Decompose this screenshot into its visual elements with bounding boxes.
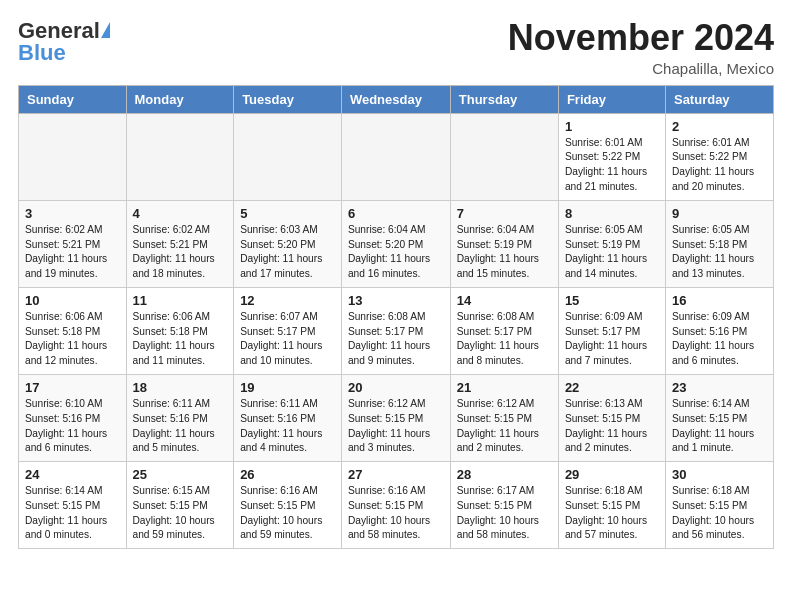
table-row: 16Sunrise: 6:09 AMSunset: 5:16 PMDayligh… bbox=[665, 287, 773, 374]
day-number: 16 bbox=[672, 293, 767, 308]
page: General Blue November 2024 Chapalilla, M… bbox=[0, 0, 792, 612]
table-row: 3Sunrise: 6:02 AMSunset: 5:21 PMDaylight… bbox=[19, 200, 127, 287]
day-number: 3 bbox=[25, 206, 120, 221]
table-row: 12Sunrise: 6:07 AMSunset: 5:17 PMDayligh… bbox=[234, 287, 342, 374]
table-row: 24Sunrise: 6:14 AMSunset: 5:15 PMDayligh… bbox=[19, 462, 127, 549]
day-number: 30 bbox=[672, 467, 767, 482]
table-row: 7Sunrise: 6:04 AMSunset: 5:19 PMDaylight… bbox=[450, 200, 558, 287]
day-info: Sunrise: 6:11 AMSunset: 5:16 PMDaylight:… bbox=[133, 397, 228, 456]
day-info: Sunrise: 6:10 AMSunset: 5:16 PMDaylight:… bbox=[25, 397, 120, 456]
day-number: 15 bbox=[565, 293, 659, 308]
day-number: 27 bbox=[348, 467, 444, 482]
day-info: Sunrise: 6:04 AMSunset: 5:19 PMDaylight:… bbox=[457, 223, 552, 282]
day-info: Sunrise: 6:08 AMSunset: 5:17 PMDaylight:… bbox=[348, 310, 444, 369]
day-number: 6 bbox=[348, 206, 444, 221]
day-info: Sunrise: 6:16 AMSunset: 5:15 PMDaylight:… bbox=[348, 484, 444, 543]
table-row: 20Sunrise: 6:12 AMSunset: 5:15 PMDayligh… bbox=[341, 374, 450, 461]
table-row: 27Sunrise: 6:16 AMSunset: 5:15 PMDayligh… bbox=[341, 462, 450, 549]
table-row bbox=[450, 113, 558, 200]
table-row: 5Sunrise: 6:03 AMSunset: 5:20 PMDaylight… bbox=[234, 200, 342, 287]
day-number: 26 bbox=[240, 467, 335, 482]
table-row bbox=[19, 113, 127, 200]
day-number: 23 bbox=[672, 380, 767, 395]
day-info: Sunrise: 6:02 AMSunset: 5:21 PMDaylight:… bbox=[133, 223, 228, 282]
day-number: 17 bbox=[25, 380, 120, 395]
day-info: Sunrise: 6:18 AMSunset: 5:15 PMDaylight:… bbox=[565, 484, 659, 543]
day-info: Sunrise: 6:11 AMSunset: 5:16 PMDaylight:… bbox=[240, 397, 335, 456]
month-title: November 2024 bbox=[508, 18, 774, 58]
table-row: 30Sunrise: 6:18 AMSunset: 5:15 PMDayligh… bbox=[665, 462, 773, 549]
day-info: Sunrise: 6:14 AMSunset: 5:15 PMDaylight:… bbox=[672, 397, 767, 456]
day-number: 4 bbox=[133, 206, 228, 221]
day-info: Sunrise: 6:16 AMSunset: 5:15 PMDaylight:… bbox=[240, 484, 335, 543]
day-info: Sunrise: 6:06 AMSunset: 5:18 PMDaylight:… bbox=[25, 310, 120, 369]
day-info: Sunrise: 6:06 AMSunset: 5:18 PMDaylight:… bbox=[133, 310, 228, 369]
header: General Blue November 2024 Chapalilla, M… bbox=[18, 18, 774, 77]
col-thursday: Thursday bbox=[450, 85, 558, 113]
day-info: Sunrise: 6:01 AMSunset: 5:22 PMDaylight:… bbox=[565, 136, 659, 195]
calendar-week-row: 1Sunrise: 6:01 AMSunset: 5:22 PMDaylight… bbox=[19, 113, 774, 200]
table-row: 18Sunrise: 6:11 AMSunset: 5:16 PMDayligh… bbox=[126, 374, 234, 461]
table-row: 8Sunrise: 6:05 AMSunset: 5:19 PMDaylight… bbox=[558, 200, 665, 287]
day-info: Sunrise: 6:05 AMSunset: 5:18 PMDaylight:… bbox=[672, 223, 767, 282]
day-number: 14 bbox=[457, 293, 552, 308]
table-row: 15Sunrise: 6:09 AMSunset: 5:17 PMDayligh… bbox=[558, 287, 665, 374]
table-row bbox=[126, 113, 234, 200]
title-block: November 2024 Chapalilla, Mexico bbox=[508, 18, 774, 77]
day-info: Sunrise: 6:07 AMSunset: 5:17 PMDaylight:… bbox=[240, 310, 335, 369]
day-info: Sunrise: 6:04 AMSunset: 5:20 PMDaylight:… bbox=[348, 223, 444, 282]
day-number: 2 bbox=[672, 119, 767, 134]
day-number: 13 bbox=[348, 293, 444, 308]
day-number: 22 bbox=[565, 380, 659, 395]
calendar-week-row: 3Sunrise: 6:02 AMSunset: 5:21 PMDaylight… bbox=[19, 200, 774, 287]
table-row: 4Sunrise: 6:02 AMSunset: 5:21 PMDaylight… bbox=[126, 200, 234, 287]
table-row bbox=[341, 113, 450, 200]
col-sunday: Sunday bbox=[19, 85, 127, 113]
day-number: 9 bbox=[672, 206, 767, 221]
day-number: 5 bbox=[240, 206, 335, 221]
day-info: Sunrise: 6:05 AMSunset: 5:19 PMDaylight:… bbox=[565, 223, 659, 282]
col-monday: Monday bbox=[126, 85, 234, 113]
table-row: 23Sunrise: 6:14 AMSunset: 5:15 PMDayligh… bbox=[665, 374, 773, 461]
day-number: 8 bbox=[565, 206, 659, 221]
table-row: 22Sunrise: 6:13 AMSunset: 5:15 PMDayligh… bbox=[558, 374, 665, 461]
day-number: 10 bbox=[25, 293, 120, 308]
day-number: 11 bbox=[133, 293, 228, 308]
day-info: Sunrise: 6:12 AMSunset: 5:15 PMDaylight:… bbox=[457, 397, 552, 456]
table-row: 17Sunrise: 6:10 AMSunset: 5:16 PMDayligh… bbox=[19, 374, 127, 461]
table-row: 21Sunrise: 6:12 AMSunset: 5:15 PMDayligh… bbox=[450, 374, 558, 461]
col-wednesday: Wednesday bbox=[341, 85, 450, 113]
table-row: 9Sunrise: 6:05 AMSunset: 5:18 PMDaylight… bbox=[665, 200, 773, 287]
day-number: 7 bbox=[457, 206, 552, 221]
col-saturday: Saturday bbox=[665, 85, 773, 113]
table-row: 25Sunrise: 6:15 AMSunset: 5:15 PMDayligh… bbox=[126, 462, 234, 549]
day-number: 24 bbox=[25, 467, 120, 482]
table-row: 10Sunrise: 6:06 AMSunset: 5:18 PMDayligh… bbox=[19, 287, 127, 374]
calendar-week-row: 24Sunrise: 6:14 AMSunset: 5:15 PMDayligh… bbox=[19, 462, 774, 549]
day-info: Sunrise: 6:09 AMSunset: 5:17 PMDaylight:… bbox=[565, 310, 659, 369]
calendar: Sunday Monday Tuesday Wednesday Thursday… bbox=[18, 85, 774, 550]
table-row: 6Sunrise: 6:04 AMSunset: 5:20 PMDaylight… bbox=[341, 200, 450, 287]
calendar-header-row: Sunday Monday Tuesday Wednesday Thursday… bbox=[19, 85, 774, 113]
table-row: 13Sunrise: 6:08 AMSunset: 5:17 PMDayligh… bbox=[341, 287, 450, 374]
day-info: Sunrise: 6:03 AMSunset: 5:20 PMDaylight:… bbox=[240, 223, 335, 282]
location: Chapalilla, Mexico bbox=[508, 60, 774, 77]
table-row: 19Sunrise: 6:11 AMSunset: 5:16 PMDayligh… bbox=[234, 374, 342, 461]
day-number: 18 bbox=[133, 380, 228, 395]
day-info: Sunrise: 6:08 AMSunset: 5:17 PMDaylight:… bbox=[457, 310, 552, 369]
day-number: 29 bbox=[565, 467, 659, 482]
day-number: 28 bbox=[457, 467, 552, 482]
day-number: 1 bbox=[565, 119, 659, 134]
logo: General Blue bbox=[18, 18, 110, 66]
day-number: 21 bbox=[457, 380, 552, 395]
table-row: 1Sunrise: 6:01 AMSunset: 5:22 PMDaylight… bbox=[558, 113, 665, 200]
day-info: Sunrise: 6:09 AMSunset: 5:16 PMDaylight:… bbox=[672, 310, 767, 369]
day-info: Sunrise: 6:01 AMSunset: 5:22 PMDaylight:… bbox=[672, 136, 767, 195]
table-row: 2Sunrise: 6:01 AMSunset: 5:22 PMDaylight… bbox=[665, 113, 773, 200]
table-row: 11Sunrise: 6:06 AMSunset: 5:18 PMDayligh… bbox=[126, 287, 234, 374]
col-friday: Friday bbox=[558, 85, 665, 113]
calendar-week-row: 10Sunrise: 6:06 AMSunset: 5:18 PMDayligh… bbox=[19, 287, 774, 374]
day-info: Sunrise: 6:02 AMSunset: 5:21 PMDaylight:… bbox=[25, 223, 120, 282]
table-row: 28Sunrise: 6:17 AMSunset: 5:15 PMDayligh… bbox=[450, 462, 558, 549]
day-info: Sunrise: 6:18 AMSunset: 5:15 PMDaylight:… bbox=[672, 484, 767, 543]
